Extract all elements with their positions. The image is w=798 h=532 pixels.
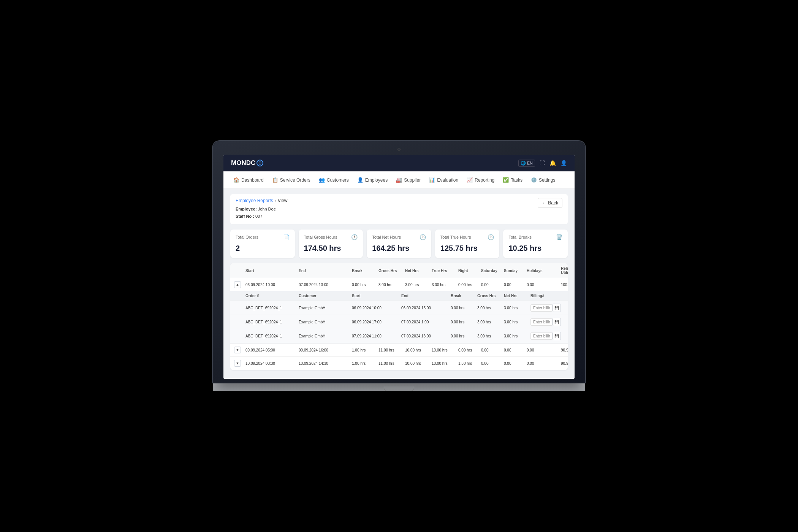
nav-item-tasks[interactable]: ✅ Tasks: [499, 175, 526, 185]
sub-col-start: Start: [352, 294, 401, 298]
employee-name: John Doe: [258, 207, 276, 211]
col-end: End: [299, 269, 352, 273]
nav-item-supplier[interactable]: 🏭 Supplier: [392, 175, 424, 185]
stat-card-header-4: Total Breaks 🗑️: [508, 234, 562, 240]
sub-row0-customer: Example GmbH: [299, 306, 352, 310]
break-icon: 🗑️: [556, 234, 562, 240]
sub-table-row: ABC_DEF_692024_1 Example GmbH 06.09.2024…: [230, 315, 568, 329]
nav-item-customers[interactable]: 👥 Customers: [315, 175, 353, 185]
sub-row1-end: 07.09.2024 1:00: [401, 320, 451, 324]
row1-end: 09.09.2024 16:00: [299, 348, 352, 352]
employee-label: Employee:: [236, 207, 257, 211]
row1-saturday: 0.00: [481, 348, 504, 352]
row0-start: 06.09.2024 10:00: [245, 283, 299, 287]
employees-icon: 👤: [357, 177, 363, 183]
table-row: ▲ 06.09.2024 10:00 07.09.2024 13:00 0.00…: [230, 278, 568, 291]
expand-button-2[interactable]: ▼: [234, 360, 245, 367]
clock-icon-2: 🕐: [420, 234, 426, 240]
sub-col-action: [544, 294, 568, 298]
table-row: ▼ 10.09.2024 03:30 10.09.2024 14:30 1.00…: [230, 357, 568, 370]
customers-icon: 👥: [319, 177, 325, 183]
staff-no-row: Staff No : 007: [236, 213, 288, 220]
row2-saturday: 0.00: [481, 361, 504, 366]
stat-card-title-4: Total Breaks: [508, 235, 532, 239]
row0-net: 3.00 hrs: [405, 283, 432, 287]
fullscreen-button[interactable]: ⛶: [540, 160, 545, 166]
sub-row0-save[interactable]: 💾: [553, 304, 564, 312]
stat-card-title-2: Total Net Hours: [372, 235, 401, 239]
expand-button-1[interactable]: ▼: [234, 347, 245, 353]
nav-item-employees[interactable]: 👤 Employees: [353, 175, 391, 185]
col-gross: Gross Hrs: [378, 269, 405, 273]
stat-card-net-hours: Total Net Hours 🕐 164.25 hrs: [367, 230, 431, 258]
user-menu-icon[interactable]: 👤: [560, 160, 567, 166]
notifications-icon[interactable]: 🔔: [549, 160, 556, 166]
stat-card-header-1: Total Gross Hours 🕐: [304, 234, 358, 240]
row0-end: 07.09.2024 13:00: [299, 283, 352, 287]
row1-sunday: 0.00: [504, 348, 527, 352]
table-row: ▼ 09.09.2024 05:00 09.09.2024 16:00 1.00…: [230, 344, 568, 357]
evaluation-icon: 📊: [429, 177, 435, 183]
sub-row1-net: 3.00 hrs: [504, 320, 530, 324]
row0-holidays: 0.00: [527, 283, 561, 287]
nav-item-service-orders[interactable]: 📋 Service Orders: [268, 175, 314, 185]
nav-item-reporting[interactable]: 📈 Reporting: [463, 175, 498, 185]
row2-end: 10.09.2024 14:30: [299, 361, 352, 366]
sub-row2-start: 07.09.2024 11:00: [352, 334, 401, 338]
sub-table-header: Order # Customer Start End Break Gross H…: [230, 291, 568, 301]
col-night: Night: [458, 269, 481, 273]
reporting-icon: 📈: [467, 177, 473, 183]
billing-input-0[interactable]: [530, 304, 553, 312]
row2-net: 10.00 hrs: [405, 361, 432, 366]
navbar: 🏠 Dashboard 📋 Service Orders 👥 Customers…: [223, 171, 575, 189]
sub-row1-save[interactable]: 💾: [553, 318, 564, 326]
col-holidays: Holidays: [527, 269, 561, 273]
nav-label-tasks: Tasks: [511, 177, 522, 183]
back-arrow-icon: ←: [542, 200, 546, 206]
sub-table-0: Order # Customer Start End Break Gross H…: [230, 291, 568, 344]
col-sunday: Sunday: [504, 269, 527, 273]
staff-label: Staff No :: [236, 214, 254, 218]
billing-input-2[interactable]: [530, 332, 553, 340]
sub-col-gross: Gross Hrs: [477, 294, 504, 298]
clock-icon-3: 🕐: [488, 234, 494, 240]
row1-net: 10.00 hrs: [405, 348, 432, 352]
staff-no: 007: [255, 214, 262, 218]
billing-input-1[interactable]: [530, 318, 553, 326]
language-switcher[interactable]: 🌐 EN: [518, 160, 535, 167]
breadcrumb-parent[interactable]: Employee Reports: [236, 198, 273, 203]
sub-row2-save[interactable]: 💾: [553, 332, 564, 340]
breadcrumb-current: View: [278, 198, 288, 203]
stat-card-title-0: Total Orders: [236, 235, 258, 239]
sub-row0-net: 3.00 hrs: [504, 306, 530, 310]
sub-row1-gross: 3.00 hrs: [477, 320, 504, 324]
breadcrumb-separator: ›: [275, 198, 276, 203]
stat-card-title-3: Total True Hours: [440, 235, 471, 239]
sub-col-empty: [234, 294, 245, 298]
laptop-base: [213, 383, 585, 391]
settings-icon: ⚙️: [531, 177, 537, 183]
col-start: Start: [245, 269, 299, 273]
back-label: Back: [548, 200, 558, 206]
stat-card-header-0: Total Orders 📄: [236, 234, 290, 240]
back-button[interactable]: ← Back: [538, 198, 562, 208]
row2-utilization: 90.91 %: [561, 361, 568, 366]
clock-icon-1: 🕐: [351, 234, 358, 240]
nav-label-employees: Employees: [365, 177, 388, 183]
expand-button-0[interactable]: ▲: [234, 281, 245, 288]
stat-card-value-1: 174.50 hrs: [304, 244, 358, 253]
nav-label-reporting: Reporting: [475, 177, 494, 183]
nav-label-customers: Customers: [327, 177, 349, 183]
sub-row2-order: ABC_DEF_692024_1: [245, 334, 299, 338]
row2-sunday: 0.00: [504, 361, 527, 366]
sub-row2-billing-cell: [530, 332, 553, 340]
nav-item-settings[interactable]: ⚙️ Settings: [527, 175, 559, 185]
row1-holidays: 0.00: [527, 348, 561, 352]
row1-start: 09.09.2024 05:00: [245, 348, 299, 352]
row1-true: 10.00 hrs: [432, 348, 458, 352]
row2-start: 10.09.2024 03:30: [245, 361, 299, 366]
home-icon: 🏠: [233, 177, 239, 183]
nav-item-dashboard[interactable]: 🏠 Dashboard: [230, 175, 268, 185]
nav-item-evaluation[interactable]: 📊 Evaluation: [425, 175, 462, 185]
col-true: True Hrs: [432, 269, 458, 273]
